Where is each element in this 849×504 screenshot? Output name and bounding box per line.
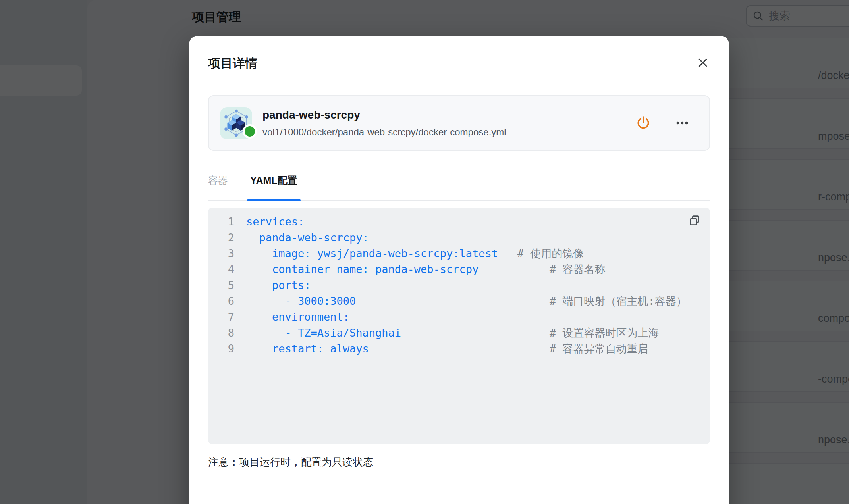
yaml-lines: 1services:2 panda-web-scrcpy:3 image: yw…	[218, 214, 700, 357]
copy-icon[interactable]	[688, 214, 701, 227]
close-icon[interactable]	[696, 56, 710, 70]
status-running-badge	[243, 124, 257, 139]
detail-tabs: 容器 YAML配置	[208, 174, 710, 201]
tab-containers[interactable]: 容器	[208, 174, 228, 200]
yaml-line: 2 panda-web-scrcpy:	[218, 230, 700, 246]
yaml-line: 3 image: ywsj/panda-web-scrcpy:latest # …	[218, 246, 700, 262]
project-compose-path: vol1/1000/docker/panda-web-scrcpy/docker…	[262, 127, 506, 138]
project-name: panda-web-scrcpy	[262, 108, 506, 122]
yaml-line: 5 ports:	[218, 277, 700, 293]
yaml-line: 4 container_name: panda-web-scrcpy # 容器名…	[218, 262, 700, 277]
yaml-code-block: 1services:2 panda-web-scrcpy:3 image: yw…	[208, 208, 710, 444]
project-summary-card: panda-web-scrcpy vol1/1000/docker/panda-…	[208, 95, 710, 151]
readonly-note: 注意：项目运行时，配置为只读状态	[208, 455, 710, 469]
project-detail-modal: 项目详情 panda-web-scrcpy vol1/1000/docker/p…	[189, 36, 729, 504]
yaml-line: 9 restart: always # 容器异常自动重启	[218, 341, 700, 357]
tab-yaml-config[interactable]: YAML配置	[250, 174, 297, 200]
yaml-line: 7 environment:	[218, 309, 700, 325]
power-button[interactable]	[635, 115, 651, 131]
app-stage: 项目管理 搜索 p正/docker-compose.ymll正mpose.yml…	[0, 0, 849, 504]
more-options-button[interactable]	[674, 115, 690, 131]
modal-title: 项目详情	[208, 56, 257, 71]
yaml-line: 1services:	[218, 214, 700, 230]
yaml-line: 6 - 3000:3000 # 端口映射（宿主机:容器）	[218, 293, 700, 309]
project-icon	[220, 107, 252, 139]
yaml-line: 8 - TZ=Asia/Shanghai # 设置容器时区为上海	[218, 325, 700, 341]
